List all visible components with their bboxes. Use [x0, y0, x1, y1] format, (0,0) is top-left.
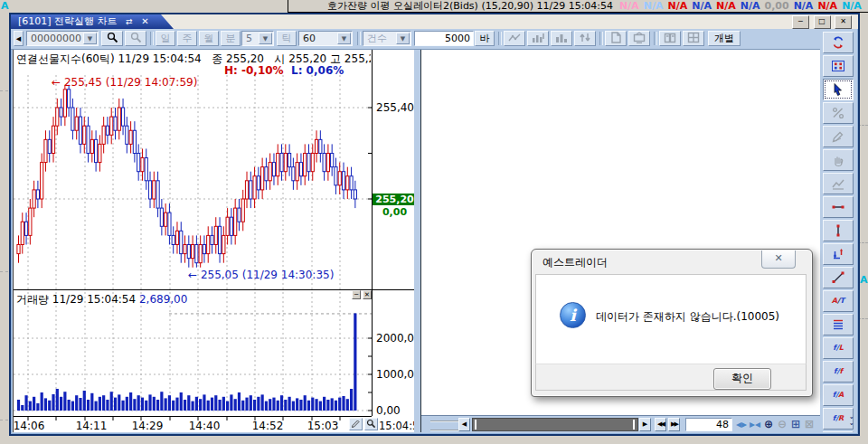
text-tool[interactable]: A/T — [823, 290, 854, 312]
zoom-in-icon[interactable]: ⊕ — [764, 418, 773, 431]
fast-backward-button[interactable]: ◀◀ — [655, 418, 666, 431]
report-button[interactable] — [659, 31, 681, 46]
vertical-line-tool[interactable] — [823, 220, 854, 241]
fibonacci-tool[interactable] — [823, 314, 854, 335]
trendline-tool[interactable] — [823, 267, 854, 288]
pane-splitter[interactable] — [414, 50, 421, 432]
count-label: 건수 — [367, 33, 387, 44]
sync-arrows-icon — [831, 35, 845, 50]
hatch-tool[interactable] — [823, 431, 854, 432]
bar-alert-tool-button[interactable] — [527, 31, 549, 46]
formula-line-icon: f/L — [833, 344, 844, 352]
symbol-search-button[interactable] — [101, 31, 123, 46]
symbol-combobox[interactable]: 00000000▼ — [26, 31, 99, 46]
chevron-down-icon[interactable]: ▼ — [337, 33, 351, 44]
drawing-toolbar: A/T f/L f/f f/A f/R ˅˅ — [821, 29, 856, 432]
chevron-down-icon[interactable]: ▼ — [83, 33, 97, 44]
scrollbar-thumb-start[interactable] — [475, 420, 476, 430]
price-marker-tool[interactable] — [823, 243, 854, 265]
arrow-left-icon: ← — [52, 76, 61, 89]
symbol-search2-button[interactable] — [125, 31, 146, 46]
more-tools-chevron-icon[interactable]: ˅˅ — [850, 418, 854, 430]
chevron-down-icon[interactable]: ▼ — [396, 33, 410, 44]
scroll-right-button[interactable]: ▶ — [639, 418, 651, 431]
chevron-down-icon[interactable]: ▼ — [259, 33, 272, 44]
formula-function-tool[interactable]: f/f — [823, 361, 854, 383]
zoom-axis-button[interactable] — [364, 418, 378, 430]
volume-value: 2,689,00 — [139, 293, 187, 306]
toolbar-separator — [357, 32, 361, 45]
volume-pane-close-icon[interactable]: ✕ — [363, 290, 372, 299]
volume-pane-minimize-icon[interactable]: ─ — [352, 290, 361, 299]
hand-tool-button[interactable] — [823, 149, 854, 171]
period-button-3[interactable]: 월 — [199, 31, 219, 46]
period-button-4[interactable]: 분 — [221, 31, 241, 46]
dialog-close-button[interactable]: ✕ — [761, 250, 796, 269]
scroll-left-button[interactable]: ◀ — [458, 418, 470, 431]
bar-unit-button[interactable]: 바 — [475, 31, 495, 46]
indicator-value: N/A — [619, 0, 639, 12]
toolbar-separator — [599, 32, 603, 45]
background-divider — [288, 0, 288, 12]
tick-button[interactable]: 틱 — [277, 31, 297, 46]
horizontal-line-tool[interactable] — [823, 196, 854, 218]
tab-link-icon[interactable]: ⇄ — [126, 17, 133, 26]
layout-pattern-button[interactable] — [823, 55, 854, 77]
count-combobox[interactable]: 건수▼ — [363, 31, 411, 46]
bar-position-input[interactable] — [685, 418, 732, 431]
individual-button[interactable]: 개별 — [708, 31, 741, 46]
resize-grip[interactable] — [430, 420, 461, 431]
collapse-horizontal-icon[interactable]: ▸◂ — [750, 418, 760, 431]
window-titlebar: [6101] 전략실행 차트 ⇄ ✕ ─ □ ✕ — [11, 14, 858, 29]
window-title-tab[interactable]: [6101] 전략실행 차트 ⇄ ✕ — [11, 14, 181, 29]
cursor-arrow-icon — [831, 82, 845, 97]
period-button-2[interactable]: 주 — [177, 31, 197, 46]
period-button-1[interactable]: 일 — [156, 31, 175, 46]
expand-horizontal-icon[interactable]: ◂▸ — [736, 418, 747, 431]
formula-angle-tool[interactable]: f/A — [823, 384, 854, 406]
search-icon — [107, 32, 118, 43]
close-button[interactable]: ✕ — [835, 15, 852, 29]
save-chart-button[interactable] — [605, 31, 627, 46]
low-percent: L: 0,06% — [291, 64, 344, 77]
high-percent: H: -0,10% — [224, 64, 284, 77]
ok-button[interactable]: 확인 — [713, 368, 771, 390]
pointer-tool-button[interactable] — [823, 79, 854, 100]
grid-icon — [687, 32, 700, 43]
minute-combobox[interactable]: 5▼ — [241, 31, 274, 46]
magnifier-icon — [366, 419, 376, 429]
grid-view-button[interactable] — [683, 31, 704, 46]
collapse-toolbar-button[interactable]: ◂ — [14, 31, 24, 46]
tab-close-icon[interactable]: ✕ — [141, 16, 148, 26]
draw-pencil-icon — [831, 129, 845, 144]
refresh-chart-button[interactable] — [823, 32, 854, 53]
minimize-button[interactable]: ─ — [792, 15, 809, 29]
freehand-draw-button[interactable] — [823, 126, 854, 147]
zoom-out-icon[interactable]: ⊖ — [778, 418, 787, 431]
box-zoom-icon[interactable]: ⊠ — [805, 418, 814, 431]
scrollbar-thumb-end[interactable] — [633, 420, 635, 430]
chart-line-icon — [831, 176, 845, 191]
draw-axis-button[interactable] — [349, 418, 363, 430]
indicator-value: N/A — [716, 0, 736, 12]
tick-count-combobox[interactable]: 60▼ — [298, 31, 353, 46]
maximize-button[interactable]: □ — [814, 15, 831, 29]
formula-line-tool[interactable]: f/L — [823, 337, 854, 359]
percent-tool-button[interactable] — [823, 102, 854, 124]
candlestick-chart[interactable] — [14, 50, 414, 422]
bar-count-input[interactable] — [414, 31, 474, 46]
tick-count-value: 60 — [303, 33, 316, 44]
fast-forward-button[interactable]: ▶▶ — [668, 418, 680, 431]
background-dash — [0, 90, 8, 91]
line-chart-tool-button[interactable] — [504, 31, 525, 46]
pattern-grid-icon — [831, 59, 845, 73]
indicator-strip-label: 호가잔량 이평 오실레이터2(Bids) (15,20,90) 11/29 15… — [327, 0, 613, 12]
screen-capture-button[interactable] — [628, 31, 650, 46]
hand-icon — [831, 153, 845, 167]
horizontal-line-icon — [831, 200, 845, 214]
scrollbar-track[interactable] — [472, 418, 638, 431]
bar-chart-tool-button[interactable] — [551, 31, 572, 46]
grid-zoom-icon[interactable]: ⊞ — [791, 418, 800, 431]
sort-tool-button[interactable] — [574, 31, 596, 46]
edit-line-button[interactable] — [823, 173, 854, 194]
